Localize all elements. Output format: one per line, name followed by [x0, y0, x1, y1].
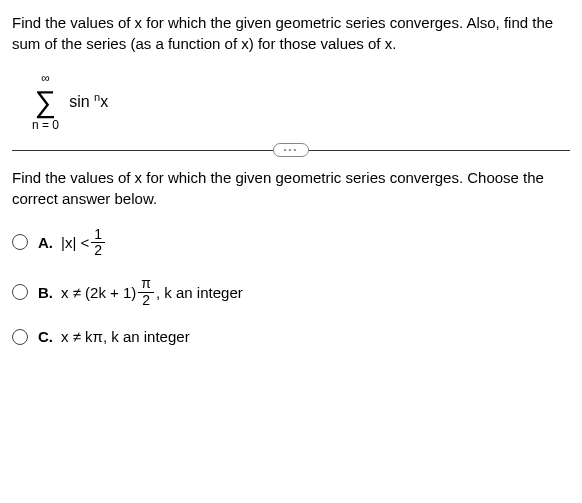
- option-a[interactable]: A. |x| < 1 2: [12, 227, 570, 259]
- option-a-num: 1: [91, 227, 105, 243]
- option-b-fraction: π 2: [138, 276, 154, 308]
- option-a-den: 2: [91, 243, 105, 258]
- option-c[interactable]: C. x ≠ kπ, k an integer: [12, 326, 570, 347]
- option-b-post: , k an integer: [156, 282, 243, 303]
- option-c-text: x ≠ kπ, k an integer: [61, 326, 190, 347]
- sigma-term: sin nx: [69, 90, 108, 114]
- option-b-label: B.: [38, 282, 53, 303]
- expand-pill-icon[interactable]: •••: [273, 143, 309, 157]
- sigma-symbol: ∑: [35, 87, 56, 117]
- radio-c[interactable]: [12, 329, 28, 345]
- sigma-lower: n = 0: [32, 117, 59, 134]
- question-text: Find the values of x for which the given…: [12, 12, 570, 54]
- radio-a[interactable]: [12, 234, 28, 250]
- option-b-den: 2: [139, 293, 153, 308]
- sub-question-text: Find the values of x for which the given…: [12, 167, 570, 209]
- option-a-fraction: 1 2: [91, 227, 105, 259]
- option-b-num: π: [138, 276, 154, 292]
- option-c-math: x ≠ kπ, k an integer: [61, 326, 190, 347]
- option-a-label: A.: [38, 232, 53, 253]
- term-base: sin: [69, 93, 89, 110]
- term-variable: x: [100, 93, 108, 110]
- option-b-pre: x ≠ (2k + 1): [61, 282, 136, 303]
- option-a-math: |x| < 1 2: [61, 227, 107, 259]
- options-group: A. |x| < 1 2 B. x ≠ (2k + 1) π 2 , k an …: [12, 227, 570, 348]
- option-c-label: C.: [38, 326, 53, 347]
- series-formula: ∞ ∑ n = 0 sin nx: [32, 70, 570, 134]
- option-b-math: x ≠ (2k + 1) π 2 , k an integer: [61, 276, 243, 308]
- option-b[interactable]: B. x ≠ (2k + 1) π 2 , k an integer: [12, 276, 570, 308]
- option-a-lhs: |x| <: [61, 232, 89, 253]
- radio-b[interactable]: [12, 284, 28, 300]
